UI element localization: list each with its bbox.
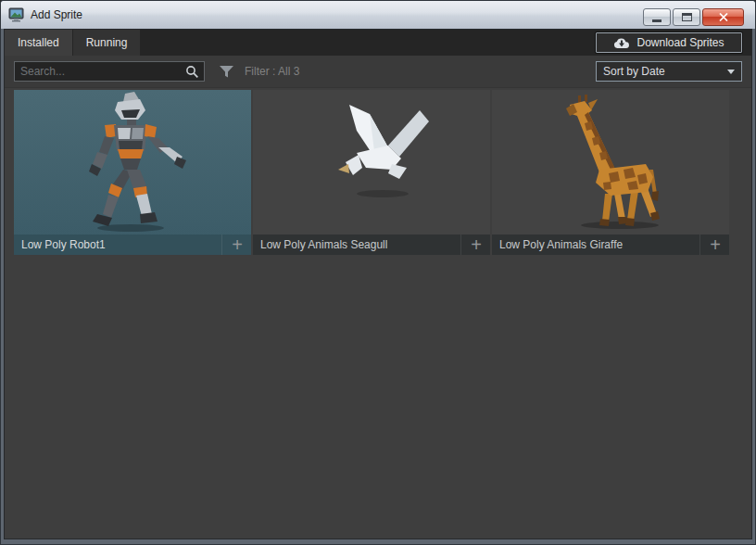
robot-sprite-image <box>14 90 251 234</box>
sort-dropdown[interactable]: Sort by Date <box>596 61 742 82</box>
tab-running[interactable]: Running <box>73 30 141 56</box>
close-button[interactable] <box>702 8 744 26</box>
sprite-name: Low Poly Animals Giraffe <box>499 238 623 251</box>
add-sprite-plus-button[interactable]: + <box>460 234 490 255</box>
search-icon[interactable] <box>185 65 199 79</box>
sprite-label-bar: Low Poly Robot1 + <box>14 234 251 255</box>
filter-status-label: Filter : All 3 <box>245 65 299 78</box>
giraffe-sprite-image <box>492 90 729 234</box>
download-sprites-button[interactable]: Download Sprites <box>596 32 742 53</box>
seagull-sprite-thumbnail <box>253 90 490 234</box>
sprite-card-robot[interactable]: Low Poly Robot1 + <box>14 90 251 255</box>
window-title: Add Sprite <box>31 8 82 21</box>
sprite-name: Low Poly Animals Seagull <box>260 238 387 251</box>
add-sprite-plus-button[interactable]: + <box>699 234 729 255</box>
sprite-name: Low Poly Robot1 <box>21 238 106 251</box>
sprite-card-giraffe[interactable]: Low Poly Animals Giraffe + <box>492 90 729 255</box>
app-body: Installed Running Download Sprites <box>4 29 752 539</box>
sprite-label-bar: Low Poly Animals Giraffe + <box>492 234 729 255</box>
filter-icon[interactable] <box>220 66 233 78</box>
window-controls <box>643 8 744 26</box>
tab-strip: Installed Running Download Sprites <box>5 30 751 56</box>
search-input[interactable] <box>15 65 185 78</box>
maximize-icon <box>682 13 692 21</box>
minimize-button[interactable] <box>643 8 671 26</box>
sprite-card-seagull[interactable]: Low Poly Animals Seagull + <box>253 90 490 255</box>
titlebar[interactable]: Add Sprite <box>1 1 755 29</box>
add-sprite-plus-button[interactable]: + <box>221 234 251 255</box>
sprite-label-bar: Low Poly Animals Seagull + <box>253 234 490 255</box>
cloud-download-icon <box>613 37 630 49</box>
sprite-grid: Low Poly Robot1 + <box>5 87 751 539</box>
sort-dropdown-value: Sort by Date <box>603 65 665 78</box>
close-icon <box>719 13 728 21</box>
tab-installed[interactable]: Installed <box>5 30 72 56</box>
maximize-button[interactable] <box>673 8 700 26</box>
chevron-down-icon <box>727 70 735 74</box>
robot-sprite-thumbnail <box>14 90 251 234</box>
search-box <box>14 61 205 82</box>
app-icon[interactable] <box>8 7 25 22</box>
download-sprites-label: Download Sprites <box>636 36 724 49</box>
giraffe-sprite-thumbnail <box>492 90 729 234</box>
add-sprite-window: Add Sprite Installed Running <box>0 0 756 545</box>
minimize-icon <box>652 19 662 22</box>
toolbar: Filter : All 3 Sort by Date <box>5 56 751 87</box>
seagull-sprite-image <box>253 90 490 234</box>
